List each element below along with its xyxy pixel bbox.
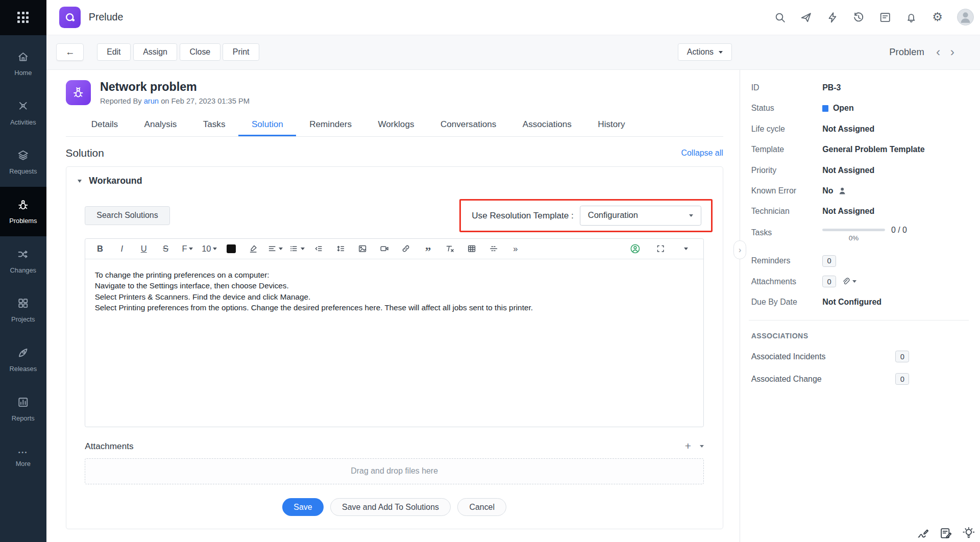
- history-icon[interactable]: [852, 10, 866, 24]
- attachments-menu[interactable]: [841, 277, 856, 286]
- tab-history[interactable]: History: [585, 114, 639, 136]
- font-size-button[interactable]: 10: [201, 241, 218, 257]
- fullscreen-icon[interactable]: [652, 241, 669, 257]
- tab-associations[interactable]: Associations: [509, 114, 585, 136]
- tab-bar: Details Analysis Tasks Solution Reminder…: [66, 114, 723, 137]
- insert-video-button[interactable]: [376, 241, 393, 257]
- list-button[interactable]: [288, 241, 305, 257]
- problem-bug-icon: [66, 80, 91, 105]
- sidebar-item-activities[interactable]: Activities: [0, 88, 46, 138]
- next-record-icon[interactable]: ›: [947, 46, 958, 58]
- chevron-down-icon: [78, 180, 82, 183]
- sidebar-item-reports[interactable]: Reports: [0, 384, 46, 434]
- close-button[interactable]: Close: [180, 43, 220, 61]
- highlight-button[interactable]: [244, 241, 261, 257]
- tab-details[interactable]: Details: [78, 114, 131, 136]
- horizontal-rule-button[interactable]: [485, 241, 502, 257]
- tab-solution[interactable]: Solution: [238, 114, 296, 136]
- collapse-toolbar-icon[interactable]: [678, 241, 695, 257]
- panel-collapse-handle[interactable]: ›: [733, 240, 746, 259]
- sidebar-item-label: Releases: [10, 365, 37, 373]
- print-button[interactable]: Print: [223, 43, 259, 61]
- reported-by-label: Reported By: [100, 97, 142, 105]
- action-bar: ← Edit Assign Close Print Actions Proble…: [46, 35, 980, 70]
- previous-record-icon[interactable]: ‹: [933, 46, 943, 58]
- prelude-logo[interactable]: [59, 7, 81, 28]
- save-button[interactable]: Save: [282, 498, 323, 516]
- settings-gear-icon[interactable]: ⚙: [930, 10, 944, 24]
- editor-content[interactable]: To change the printing preferences on a …: [85, 259, 703, 427]
- strikethrough-button[interactable]: S: [157, 241, 174, 257]
- outdent-button[interactable]: [310, 241, 327, 257]
- tab-worklogs[interactable]: Worklogs: [365, 114, 427, 136]
- insert-link-button[interactable]: [398, 241, 414, 257]
- collapse-all-link[interactable]: Collapse all: [681, 149, 723, 158]
- collaborate-user-icon[interactable]: [626, 241, 643, 257]
- underline-button[interactable]: U: [135, 241, 152, 257]
- reminders-count-badge: 0: [822, 255, 836, 267]
- entity-type-label: Problem: [889, 46, 924, 58]
- signature-pen-icon[interactable]: [917, 527, 930, 540]
- known-error-value: No: [822, 186, 833, 195]
- user-avatar[interactable]: [957, 9, 974, 26]
- associated-change-row[interactable]: Associated Change 0: [751, 373, 910, 385]
- tab-tasks[interactable]: Tasks: [190, 114, 238, 136]
- chevron-down-icon: [719, 51, 723, 54]
- resolution-template-select[interactable]: Configuration: [580, 206, 701, 226]
- italic-button[interactable]: I: [113, 241, 130, 257]
- notifications-bell-icon[interactable]: [904, 10, 918, 24]
- smart-assist-bulb-icon[interactable]: [962, 527, 975, 540]
- align-button[interactable]: [266, 241, 283, 257]
- sidebar-item-label: More: [16, 460, 31, 467]
- tab-reminders[interactable]: Reminders: [296, 114, 364, 136]
- workaround-toggle[interactable]: Workaround: [78, 176, 704, 186]
- editor-line: Select Printers & Scanners. Find the dev…: [95, 291, 694, 302]
- text-color-button[interactable]: [223, 241, 240, 257]
- bold-button[interactable]: B: [92, 241, 109, 257]
- more-tools-button[interactable]: »: [507, 241, 524, 257]
- feedback-note-icon[interactable]: [939, 527, 952, 540]
- field-template: Template General Problem Template: [751, 139, 965, 160]
- line-spacing-button[interactable]: [332, 241, 349, 257]
- add-attachment-icon[interactable]: +: [685, 441, 691, 452]
- field-known-error: Known Error No: [751, 181, 965, 201]
- insert-image-button[interactable]: [354, 241, 371, 257]
- font-family-button[interactable]: F: [179, 241, 196, 257]
- tab-analysis[interactable]: Analysis: [131, 114, 190, 136]
- cancel-button[interactable]: Cancel: [457, 498, 506, 516]
- save-and-add-button[interactable]: Save and Add To Solutions: [330, 498, 451, 516]
- edit-button[interactable]: Edit: [97, 43, 131, 61]
- quick-actions-icon[interactable]: [826, 10, 840, 24]
- actions-dropdown-button[interactable]: Actions: [678, 43, 732, 61]
- reporter-link[interactable]: arun: [144, 97, 159, 105]
- chevron-down-icon[interactable]: [700, 445, 704, 448]
- sidebar-item-projects[interactable]: Projects: [0, 286, 46, 335]
- sidebar-item-releases[interactable]: Releases: [0, 335, 46, 384]
- sidebar-item-label: Home: [14, 69, 32, 77]
- field-attachments: Attachments 0: [751, 271, 965, 291]
- sidebar-item-home[interactable]: Home: [0, 39, 46, 88]
- paperclip-icon: [841, 277, 850, 286]
- sidebar-item-problems[interactable]: Problems: [0, 187, 46, 236]
- search-solutions-button[interactable]: Search Solutions: [85, 206, 169, 225]
- rich-text-editor: B I U S F 10: [85, 238, 704, 428]
- blockquote-button[interactable]: ”: [420, 241, 436, 257]
- sidebar-item-more[interactable]: ••• More: [0, 434, 46, 483]
- reported-by-line: Reported By arun on Feb 27, 2023 01:35 P…: [100, 97, 250, 105]
- sidebar: Home Activities Requests Problems Change…: [0, 0, 46, 542]
- sidebar-item-requests[interactable]: Requests: [0, 137, 46, 187]
- clear-format-button[interactable]: [442, 241, 458, 257]
- person-icon[interactable]: [838, 186, 847, 195]
- apps-grid-icon[interactable]: [17, 12, 29, 23]
- search-icon[interactable]: [773, 10, 787, 24]
- back-button[interactable]: ←: [56, 43, 84, 61]
- tab-conversations[interactable]: Conversations: [427, 114, 509, 136]
- insert-table-button[interactable]: [463, 241, 480, 257]
- whats-new-icon[interactable]: [799, 10, 813, 24]
- reported-on: on Feb 27, 2023 01:35 PM: [161, 97, 250, 105]
- assign-button[interactable]: Assign: [133, 43, 177, 61]
- sidebar-item-changes[interactable]: Changes: [0, 236, 46, 286]
- associated-incidents-row[interactable]: Associated Incidents 0: [751, 351, 910, 362]
- feedback-icon[interactable]: [878, 10, 892, 24]
- file-dropzone[interactable]: Drag and drop files here: [85, 458, 704, 484]
